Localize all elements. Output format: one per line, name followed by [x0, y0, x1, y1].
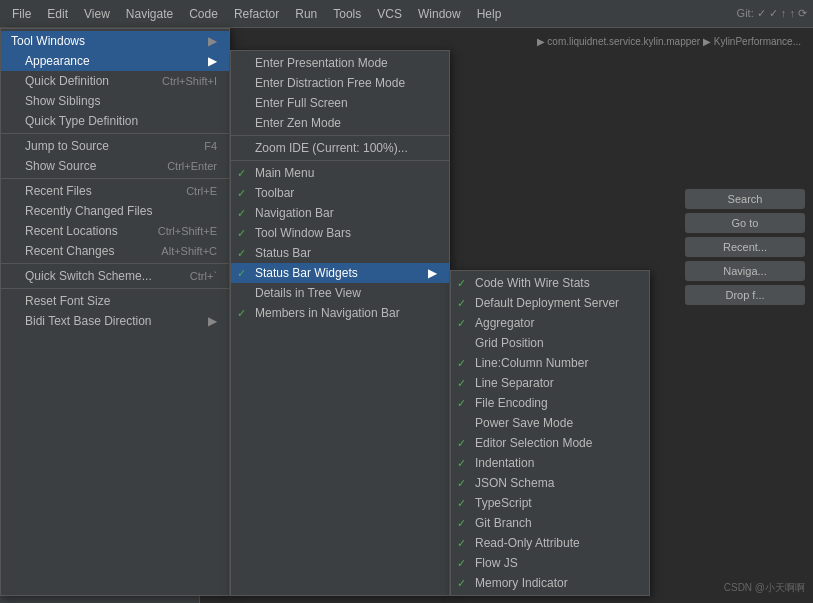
search-button[interactable]: Search — [685, 189, 805, 209]
menu-item-jump-to-source[interactable]: ✓ Jump to Source F4 — [1, 136, 229, 156]
check-icon: ✓ — [457, 397, 466, 410]
toolbar-tools[interactable]: Tools — [327, 5, 367, 23]
toolbar-navigate[interactable]: Navigate — [120, 5, 179, 23]
toolbar-window[interactable]: Window — [412, 5, 467, 23]
menu-label: Quick Switch Scheme... — [25, 269, 152, 283]
toolbar-file[interactable]: File — [6, 5, 37, 23]
shortcut-label: Ctrl+Shift+I — [142, 75, 217, 87]
menu-item-zoom-ide[interactable]: Zoom IDE (Current: 100%)... — [231, 138, 449, 158]
menu-item-quick-type-definition[interactable]: Quick Type Definition — [1, 111, 229, 131]
menu-item-details-tree[interactable]: ✓ Details in Tree View — [231, 283, 449, 303]
git-label: Git: ✓ ✓ ↑ ↑ ⟳ — [737, 7, 807, 20]
menu-label: Enter Zen Mode — [255, 116, 341, 130]
menu-label: Flow JS — [475, 556, 518, 570]
menu-label: Toolbar — [255, 186, 294, 200]
menu-separator — [1, 178, 229, 179]
check-icon: ✓ — [237, 227, 246, 240]
check-icon: ✓ — [457, 497, 466, 510]
menu-item-default-deployment[interactable]: ✓ Default Deployment Server — [451, 293, 649, 313]
menu-label: Navigation Bar — [255, 206, 334, 220]
check-icon: ✓ — [237, 267, 246, 280]
recent-button[interactable]: Recent... — [685, 237, 805, 257]
menu-item-line-column[interactable]: ✓ Line:Column Number — [451, 353, 649, 373]
menu-item-status-bar-widgets[interactable]: ✓ Status Bar Widgets ▶ — [231, 263, 449, 283]
menu-item-bidi-text[interactable]: Bidi Text Base Direction ▶ — [1, 311, 229, 331]
navigate-button[interactable]: Naviga... — [685, 261, 805, 281]
menu-item-distraction-free[interactable]: Enter Distraction Free Mode — [231, 73, 449, 93]
toolbar-refactor[interactable]: Refactor — [228, 5, 285, 23]
menu-item-code-with-wire[interactable]: ✓ Code With Wire Stats — [451, 273, 649, 293]
check-icon: ✓ — [457, 317, 466, 330]
toolbar-help[interactable]: Help — [471, 5, 508, 23]
menu-label: Git Branch — [475, 516, 532, 530]
submenu-arrow-icon: ▶ — [428, 266, 437, 280]
menu-label: Enter Presentation Mode — [255, 56, 388, 70]
menu-item-status-bar[interactable]: ✓ Status Bar — [231, 243, 449, 263]
menu-label: Default Deployment Server — [475, 296, 619, 310]
menu-item-full-screen[interactable]: Enter Full Screen — [231, 93, 449, 113]
menu-item-presentation-mode[interactable]: Enter Presentation Mode — [231, 53, 449, 73]
menu-item-line-separator[interactable]: ✓ Line Separator — [451, 373, 649, 393]
menu-item-power-save[interactable]: ✓ Power Save Mode — [451, 413, 649, 433]
menu-item-tool-windows[interactable]: Tool Windows ▶ — [1, 31, 229, 51]
toolbar-code[interactable]: Code — [183, 5, 224, 23]
menu-separator — [1, 133, 229, 134]
menu-label: Show Source — [25, 159, 96, 173]
menu-item-toolbar[interactable]: ✓ Toolbar — [231, 183, 449, 203]
menu-item-zen-mode[interactable]: Enter Zen Mode — [231, 113, 449, 133]
menu-separator — [231, 135, 449, 136]
menu-label: Tool Windows — [11, 34, 85, 48]
submenu-arrow-icon: ▶ — [208, 314, 217, 328]
shortcut-label: Ctrl+Enter — [147, 160, 217, 172]
menu-label: Recently Changed Files — [25, 204, 152, 218]
toolbar-view[interactable]: View — [78, 5, 116, 23]
menu-label: Memory Indicator — [475, 576, 568, 590]
menu-item-show-siblings[interactable]: Show Siblings — [1, 91, 229, 111]
menu-item-members-nav[interactable]: ✓ Members in Navigation Bar — [231, 303, 449, 323]
drop-button[interactable]: Drop f... — [685, 285, 805, 305]
menu-label: Enter Distraction Free Mode — [255, 76, 405, 90]
menu-label: Recent Changes — [25, 244, 114, 258]
menu-item-readonly-attr[interactable]: ✓ Read-Only Attribute — [451, 533, 649, 553]
toolbar-edit[interactable]: Edit — [41, 5, 74, 23]
menu-item-typescript[interactable]: ✓ TypeScript — [451, 493, 649, 513]
menu-item-reset-font[interactable]: Reset Font Size — [1, 291, 229, 311]
menu-label: Quick Type Definition — [25, 114, 138, 128]
menu-item-json-schema[interactable]: ✓ JSON Schema — [451, 473, 649, 493]
check-icon: ✓ — [457, 297, 466, 310]
menu-item-show-source[interactable]: Show Source Ctrl+Enter — [1, 156, 229, 176]
menu-item-git-branch[interactable]: ✓ Git Branch — [451, 513, 649, 533]
menu-item-editor-selection[interactable]: ✓ Editor Selection Mode — [451, 433, 649, 453]
menu-item-indentation[interactable]: ✓ Indentation — [451, 453, 649, 473]
menu-item-recently-changed[interactable]: Recently Changed Files — [1, 201, 229, 221]
menu-item-flow-js[interactable]: ✓ Flow JS — [451, 553, 649, 573]
check-icon: ✓ — [457, 437, 466, 450]
menu-item-recent-files[interactable]: Recent Files Ctrl+E — [1, 181, 229, 201]
shortcut-label: Ctrl+E — [166, 185, 217, 197]
check-icon: ✓ — [237, 247, 246, 260]
menu-separator — [231, 160, 449, 161]
menu-item-tool-window-bars[interactable]: ✓ Tool Window Bars — [231, 223, 449, 243]
menu-item-aggregator[interactable]: ✓ Aggregator — [451, 313, 649, 333]
toolbar-run[interactable]: Run — [289, 5, 323, 23]
menu-label: Editor Selection Mode — [475, 436, 592, 450]
menu-item-quick-switch[interactable]: Quick Switch Scheme... Ctrl+` — [1, 266, 229, 286]
check-icon: ✓ — [457, 557, 466, 570]
menu-label: JSON Schema — [475, 476, 554, 490]
menu-item-appearance[interactable]: Appearance ▶ — [1, 51, 229, 71]
menu-item-quick-definition[interactable]: Quick Definition Ctrl+Shift+I — [1, 71, 229, 91]
check-icon: ✓ — [237, 307, 246, 320]
check-icon: ✓ — [237, 167, 246, 180]
menu-item-main-menu[interactable]: ✓ Main Menu — [231, 163, 449, 183]
goto-button[interactable]: Go to — [685, 213, 805, 233]
menu-item-grid-position[interactable]: ✓ Grid Position — [451, 333, 649, 353]
menu-item-memory-indicator[interactable]: ✓ Memory Indicator — [451, 573, 649, 593]
menu-item-file-encoding[interactable]: ✓ File Encoding — [451, 393, 649, 413]
toolbar-vcs[interactable]: VCS — [371, 5, 408, 23]
menu-label: Status Bar Widgets — [255, 266, 358, 280]
menu-item-recent-changes[interactable]: Recent Changes Alt+Shift+C — [1, 241, 229, 261]
menu-item-navigation-bar[interactable]: ✓ Navigation Bar — [231, 203, 449, 223]
menu-label: Bidi Text Base Direction — [25, 314, 152, 328]
check-icon: ✓ — [457, 337, 466, 350]
menu-item-recent-locations[interactable]: Recent Locations Ctrl+Shift+E — [1, 221, 229, 241]
